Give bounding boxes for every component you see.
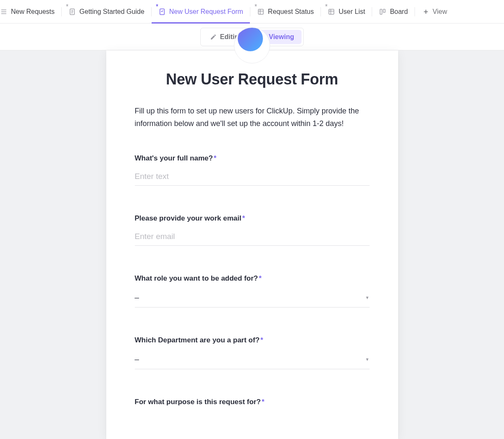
field-work-email: Please provide your work email* [135,214,370,246]
plus-icon [423,8,429,15]
required-star: * [262,398,265,406]
form-description: Fill up this form to set up new users fo… [135,105,370,130]
field-full-name: What's your full name?* [135,154,370,186]
tab-label: New Requests [11,8,55,16]
table-icon [328,8,335,16]
svg-rect-15 [383,9,386,13]
tab-label: User List [339,8,365,16]
form-icon [158,8,166,16]
form-card: New User Request Form Fill up this form … [106,50,398,439]
pin-icon [324,3,328,8]
field-role: What role you want to be added for?* – ▼ [135,274,370,308]
department-select[interactable]: – ▼ [135,350,370,369]
tab-label: Getting Started Guide [79,8,144,16]
svg-rect-11 [329,9,334,14]
select-value: – [135,293,139,302]
pin-icon [155,3,159,8]
add-view-label: View [433,8,447,16]
form-body: Fill up this form to set up new users fo… [106,105,398,406]
field-purpose: For what purpose is this request for?* [135,398,370,406]
tab-board[interactable]: Board [372,0,415,23]
tab-user-list[interactable]: User List [321,0,372,23]
required-star: * [242,214,245,222]
full-name-input[interactable] [135,168,370,186]
field-label: For what purpose is this request for?* [135,398,370,406]
tab-getting-started[interactable]: Getting Started Guide [62,0,151,23]
required-star: * [259,274,262,282]
pencil-icon [210,34,217,40]
role-select[interactable]: – ▼ [135,289,370,308]
tab-request-status[interactable]: Request Status [250,0,320,23]
tab-new-requests[interactable]: New Requests [0,0,61,23]
field-label: What role you want to be added for?* [135,274,370,283]
pin-icon [254,3,258,8]
field-department: Which Department are you a part of?* – ▼ [135,336,370,369]
chevron-down-icon: ▼ [365,357,370,362]
form-title: New User Request Form [106,71,398,88]
svg-rect-14 [380,9,382,14]
svg-rect-8 [258,9,263,14]
select-value: – [135,355,139,364]
tab-new-user-request-form[interactable]: New User Request Form [152,0,250,23]
board-icon [379,8,386,16]
field-label: Please provide your work email* [135,214,370,223]
list-icon [0,8,8,16]
pin-icon [65,3,69,8]
field-label: What's your full name?* [135,154,370,163]
viewing-label: Viewing [269,33,294,41]
tab-label: Request Status [268,8,314,16]
logo-wrap [106,50,398,63]
tab-label: New User Request Form [169,8,243,16]
tab-label: Board [390,8,408,16]
add-view-button[interactable]: View [415,8,454,16]
required-star: * [260,336,263,344]
tabs-bar: New Requests Getting Started Guide New U… [0,0,504,24]
required-star: * [214,154,217,162]
work-email-input[interactable] [135,229,370,246]
doc-icon [68,8,76,16]
logo-circle [234,27,270,63]
field-label: Which Department are you a part of?* [135,336,370,344]
chevron-down-icon: ▼ [365,295,370,300]
content-area: New User Request Form Fill up this form … [0,50,504,439]
logo-gradient-icon [238,27,263,51]
table-icon [257,8,265,16]
